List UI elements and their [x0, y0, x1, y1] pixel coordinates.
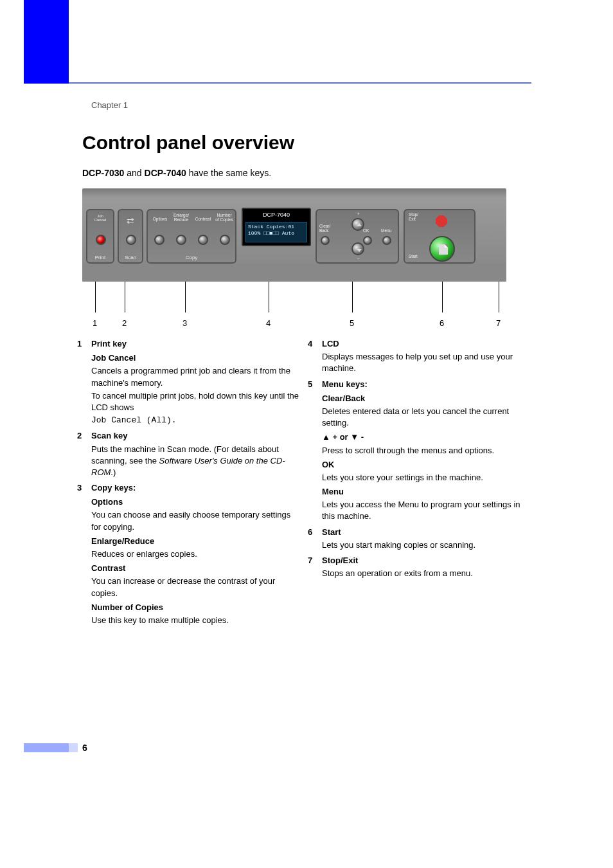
page-number-bar: [24, 743, 69, 752]
contrast-button[interactable]: [198, 235, 208, 245]
item-7-title: Stop/Exit: [322, 555, 533, 566]
lcd-group: DCP-7040 Stack Copies:01 100% □□■□□ Auto: [242, 208, 311, 246]
control-panel-figure: Job Cancel Print ⇄ Scan Options Enlarge/…: [82, 188, 506, 282]
lcd-screen: Stack Copies:01 100% □□■□□ Auto: [245, 222, 307, 242]
item-6-title: Start: [322, 527, 533, 538]
scan-icon: ⇄: [119, 215, 142, 226]
subtitle: DCP-7030 and DCP-7040 have the same keys…: [82, 168, 271, 178]
scan-button[interactable]: [126, 235, 136, 245]
item-4-title: LCD: [322, 338, 533, 350]
right-column: 4 LCD Displays messages to help you set …: [308, 334, 533, 626]
page-title: Control panel overview: [82, 132, 294, 154]
down-button[interactable]: [351, 242, 364, 255]
menu-group: Clear/ Back + − OK Menu: [315, 209, 399, 264]
number-copies-button[interactable]: [220, 235, 230, 245]
item-2-title: Scan key: [91, 430, 303, 442]
job-cancel-button[interactable]: [96, 235, 106, 245]
item-1-title: Print key: [91, 338, 303, 350]
up-button[interactable]: [351, 218, 364, 231]
ok-button[interactable]: [363, 236, 372, 245]
enlarge-reduce-button[interactable]: [176, 235, 186, 245]
blue-side-tab: [24, 0, 69, 84]
clear-back-button[interactable]: [321, 236, 330, 245]
print-group: Job Cancel Print: [86, 209, 114, 264]
chapter-label: Chapter 1: [91, 100, 128, 110]
page-number: 6: [82, 743, 87, 753]
item-3-title: Copy keys:: [91, 482, 303, 494]
stop-start-group: Stop/ Exit Start: [404, 209, 475, 264]
menu-button[interactable]: [382, 236, 391, 245]
stop-exit-button[interactable]: [436, 215, 447, 227]
scan-group: ⇄ Scan: [118, 209, 143, 264]
header-rule: [69, 82, 531, 84]
start-button[interactable]: [429, 236, 455, 262]
copy-group: Options Enlarge/ Reduce Contrast Number …: [147, 209, 236, 264]
page-icon: [439, 244, 448, 255]
item-5-title: Menu keys:: [322, 379, 533, 390]
options-button[interactable]: [154, 235, 164, 245]
left-column: 1 Print key Job Cancel Cancels a program…: [77, 334, 303, 626]
